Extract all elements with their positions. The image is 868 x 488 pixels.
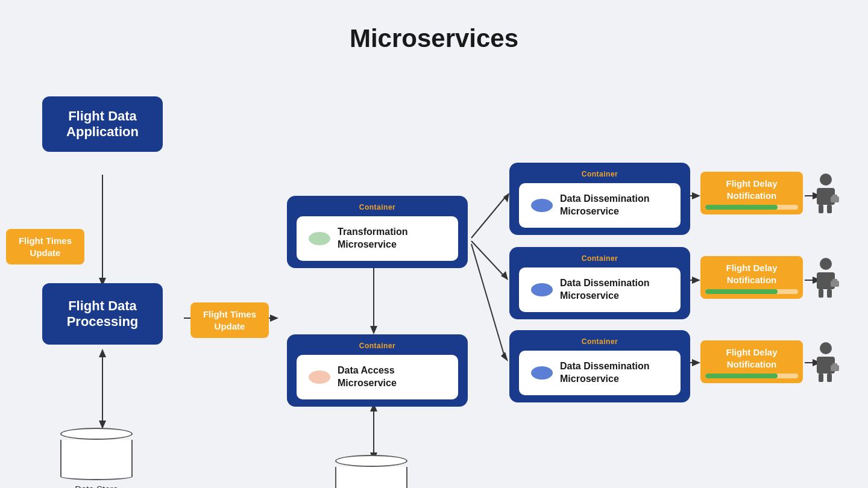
svg-marker-6 — [270, 314, 278, 322]
person-icon-3 — [809, 341, 839, 383]
page-title: Microservices — [0, 0, 868, 65]
flight-data-processing-box: Flight Data Processing — [42, 283, 163, 345]
svg-rect-44 — [819, 374, 823, 382]
person-icon-1 — [809, 172, 839, 214]
svg-point-36 — [820, 258, 832, 270]
notification-label-3: Flight Delay Notification — [726, 347, 777, 369]
left-data-store-block: Data Store — [60, 428, 133, 488]
flight-data-processing-block: Flight Data Processing — [42, 283, 163, 345]
svg-rect-39 — [827, 289, 832, 298]
svg-marker-4 — [99, 349, 106, 357]
dissemination-container-2-label: Container — [519, 254, 681, 263]
left-data-store-label: Data Store — [60, 484, 133, 488]
svg-marker-15 — [501, 271, 508, 280]
flight-times-left-text: Flight Times Update — [19, 236, 72, 258]
svg-line-12 — [471, 196, 506, 238]
flight-times-right-label: Flight Times Update — [190, 302, 269, 338]
svg-rect-33 — [827, 205, 832, 213]
notification-row-1: Flight Delay Notification — [700, 172, 839, 214]
dissemination-container-1-label: Container — [519, 170, 681, 178]
dissemination-container-1: Container Data Dissemination Microservic… — [509, 163, 690, 235]
svg-marker-23 — [692, 359, 700, 366]
dissemination-icon-3 — [531, 366, 553, 380]
notification-row-3: Flight Delay Notification — [700, 340, 839, 383]
notification-box-3: Flight Delay Notification — [700, 340, 803, 383]
svg-rect-34 — [831, 196, 839, 202]
svg-rect-38 — [819, 289, 823, 298]
transformation-container: Container Transformation Microservice — [287, 196, 468, 268]
flight-times-right-text: Flight Times Update — [203, 309, 256, 331]
svg-marker-8 — [370, 326, 377, 334]
data-access-container-label: Container — [297, 342, 458, 350]
person-icon-2 — [809, 257, 839, 299]
dissemination-service-label-1: Data Dissemination Microservice — [560, 193, 668, 218]
data-access-container: Container Data Access Microservice — [287, 334, 468, 407]
svg-rect-40 — [831, 281, 839, 287]
left-data-store-cylinder — [60, 428, 133, 480]
svg-marker-21 — [692, 277, 700, 284]
dissemination-icon-1 — [531, 199, 553, 212]
svg-marker-17 — [501, 352, 508, 361]
middle-data-store-cylinder — [335, 455, 407, 488]
svg-rect-45 — [827, 374, 832, 382]
dissemination-icon-2 — [531, 283, 553, 296]
flight-data-processing-label: Flight Data Processing — [67, 298, 139, 329]
flight-data-app-block: Flight Data Application — [42, 96, 163, 152]
notification-box-2: Flight Delay Notification — [700, 256, 803, 299]
notification-box-1: Flight Delay Notification — [700, 172, 803, 214]
dissemination-container-3-label: Container — [519, 337, 681, 346]
transformation-container-label: Container — [297, 203, 458, 211]
svg-marker-19 — [692, 192, 700, 199]
svg-rect-32 — [819, 205, 823, 213]
dissemination-container-3: Container Data Dissemination Microservic… — [509, 330, 690, 402]
svg-rect-46 — [831, 365, 839, 371]
svg-line-16 — [471, 244, 505, 358]
notification-label-2: Flight Delay Notification — [726, 263, 777, 285]
transformation-service-label: Transformation Microservice — [338, 226, 446, 251]
svg-rect-41 — [832, 279, 837, 281]
middle-data-store-block: Data Store — [335, 455, 407, 488]
dissemination-service-label-2: Data Dissemination Microservice — [560, 277, 668, 302]
flight-data-app-box: Flight Data Application — [42, 96, 163, 152]
dissemination-container-2: Container Data Dissemination Microservic… — [509, 247, 690, 319]
data-access-icon — [309, 371, 330, 384]
transformation-icon — [309, 232, 330, 245]
svg-line-14 — [471, 241, 505, 277]
svg-marker-13 — [503, 193, 509, 202]
svg-rect-35 — [832, 195, 837, 197]
notification-row-2: Flight Delay Notification — [700, 256, 839, 299]
svg-point-30 — [820, 174, 832, 186]
flight-times-left-label: Flight Times Update — [6, 229, 84, 264]
dissemination-service-label-3: Data Dissemination Microservice — [560, 360, 668, 386]
flight-data-app-label: Flight Data Application — [66, 108, 139, 139]
svg-point-42 — [820, 342, 832, 354]
svg-rect-47 — [832, 363, 837, 366]
notification-label-1: Flight Delay Notification — [726, 178, 777, 201]
data-access-service-label: Data Access Microservice — [338, 364, 446, 390]
